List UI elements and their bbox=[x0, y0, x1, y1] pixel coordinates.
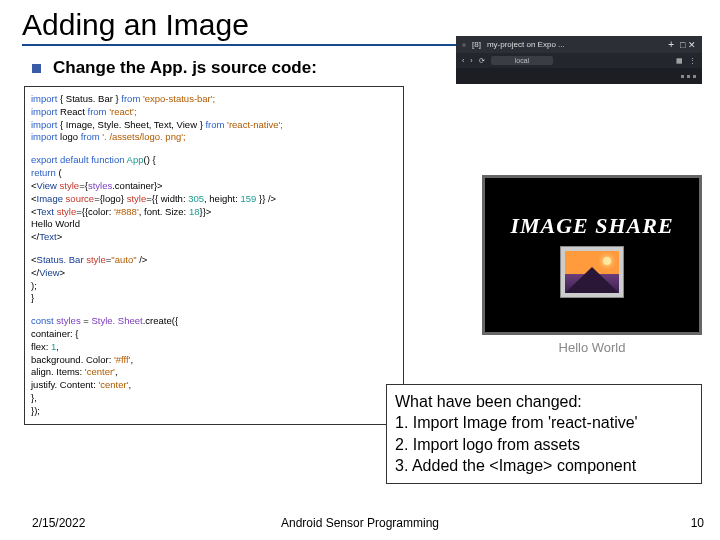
tab-title: my-project on Expo ... bbox=[487, 40, 565, 49]
tab-index: [8] bbox=[472, 40, 481, 49]
app-logo-image bbox=[561, 247, 623, 297]
app-logo-text: IMAGE SHARE bbox=[510, 213, 673, 239]
changes-item: 2. Import logo from assets bbox=[395, 434, 693, 456]
back-icon: ‹ bbox=[462, 57, 464, 64]
emulator-tab-bar: [8] my-project on Expo ... + □ ✕ bbox=[456, 36, 702, 53]
tab-dot-icon bbox=[462, 43, 466, 47]
status-icon bbox=[687, 75, 690, 78]
changes-item: 1. Import Image from 'react-native' bbox=[395, 412, 693, 434]
status-icon bbox=[693, 75, 696, 78]
changes-heading: What have been changed: bbox=[395, 391, 693, 413]
changes-box: What have been changed: 1. Import Image … bbox=[386, 384, 702, 484]
app-preview: IMAGE SHARE bbox=[482, 175, 702, 335]
footer: 2/15/2022 Android Sensor Programming 10 bbox=[0, 516, 720, 530]
url-bar: local bbox=[491, 56, 553, 65]
code-block: import { Status. Bar } from 'expo-status… bbox=[24, 86, 404, 425]
plus-icon: + bbox=[668, 39, 674, 50]
footer-page: 10 bbox=[691, 516, 704, 530]
grid-icon: ▦ bbox=[676, 57, 683, 65]
forward-icon: › bbox=[470, 57, 472, 64]
emulator-status-bar bbox=[456, 68, 702, 84]
bullet-text: Change the App. js source code: bbox=[53, 58, 317, 78]
app-hello-text: Hello World bbox=[482, 340, 702, 355]
status-icon bbox=[681, 75, 684, 78]
window-controls-icon: □ ✕ bbox=[680, 40, 696, 50]
footer-date: 2/15/2022 bbox=[32, 516, 85, 530]
footer-center: Android Sensor Programming bbox=[281, 516, 439, 530]
refresh-icon: ⟳ bbox=[479, 57, 485, 65]
emulator-window: [8] my-project on Expo ... + □ ✕ ‹ › ⟳ l… bbox=[456, 36, 702, 84]
changes-item: 3. Added the <Image> component bbox=[395, 455, 693, 477]
bullet-icon bbox=[32, 64, 41, 73]
emulator-nav-bar: ‹ › ⟳ local ▦ ⋮ bbox=[456, 53, 702, 68]
menu-dots-icon: ⋮ bbox=[689, 57, 696, 65]
